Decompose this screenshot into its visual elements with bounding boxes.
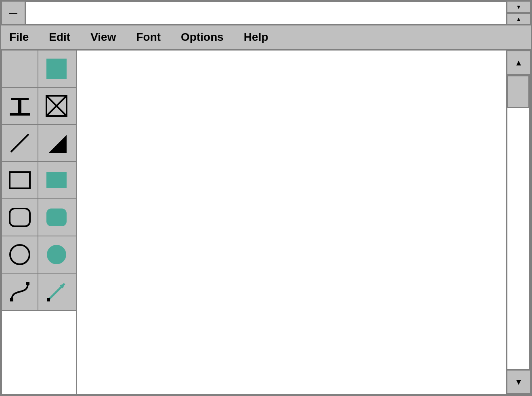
scroll-track	[507, 75, 530, 370]
menu-view[interactable]: View	[86, 29, 120, 46]
menu-options[interactable]: Options	[177, 29, 228, 46]
svg-rect-1	[10, 113, 30, 116]
tool-cross-square[interactable]	[38, 88, 75, 124]
svg-rect-10	[46, 172, 67, 188]
solid-square-icon	[44, 57, 69, 81]
rounded-rect-outline-icon	[8, 205, 32, 230]
svg-rect-16	[26, 282, 29, 285]
svg-line-7	[11, 134, 29, 152]
circle-outline-icon	[8, 242, 32, 267]
svg-rect-12	[46, 209, 67, 226]
tool-empty[interactable]	[2, 51, 38, 87]
svg-marker-8	[48, 135, 67, 153]
tool-arrow[interactable]	[38, 274, 75, 310]
tool-row-4	[2, 199, 76, 236]
title-bar-scroll-buttons: ▼ ▲	[507, 1, 531, 25]
title-bar: — ▼ ▲	[1, 1, 531, 25]
rect-filled-icon	[44, 168, 69, 192]
tool-row-0	[2, 51, 76, 88]
svg-rect-3	[18, 98, 21, 113]
scroll-up-button[interactable]: ▲	[507, 51, 531, 75]
tool-stamp[interactable]	[2, 88, 38, 124]
menu-bar: File Edit View Font Options Help	[1, 25, 531, 50]
scroll-thumb[interactable]	[507, 76, 529, 108]
toolbar	[2, 51, 77, 394]
scroll-down-button[interactable]: ▼	[507, 370, 531, 394]
title-scroll-up-button[interactable]: ▲	[507, 13, 531, 25]
tool-row-6	[2, 274, 76, 311]
arrow-tool-icon	[44, 280, 69, 304]
svg-rect-9	[10, 172, 30, 188]
menu-edit[interactable]: Edit	[45, 29, 74, 46]
tool-line[interactable]	[2, 125, 38, 161]
line-icon	[8, 131, 32, 155]
canvas-area[interactable]	[77, 51, 506, 394]
tool-rounded-rect-filled[interactable]	[38, 199, 75, 236]
svg-point-13	[10, 245, 29, 264]
title-bar-text	[25, 1, 507, 25]
svg-rect-0	[46, 59, 67, 79]
filled-triangle-icon	[44, 131, 69, 155]
tool-rect-outline[interactable]	[2, 162, 38, 198]
menu-file[interactable]: File	[5, 29, 33, 46]
menu-font[interactable]: Font	[132, 29, 165, 46]
tool-rect-filled[interactable]	[38, 162, 75, 198]
main-window: — ▼ ▲ File Edit View Font Options Help	[0, 0, 532, 396]
svg-point-14	[47, 245, 66, 264]
svg-rect-19	[47, 298, 50, 301]
tool-circle-outline[interactable]	[2, 236, 38, 273]
curve-icon	[8, 280, 32, 304]
close-button[interactable]: —	[1, 1, 25, 25]
cross-square-icon	[44, 94, 69, 118]
tool-curve[interactable]	[2, 274, 38, 310]
tool-filled-triangle[interactable]	[38, 125, 75, 161]
title-scroll-down-button[interactable]: ▼	[507, 1, 531, 13]
tool-solid-square[interactable]	[38, 51, 75, 87]
rect-outline-icon	[8, 168, 32, 192]
rounded-rect-filled-icon	[44, 205, 69, 230]
tool-row-5	[2, 236, 76, 274]
tool-row-1	[2, 88, 76, 125]
tool-row-2	[2, 125, 76, 162]
main-area: ▲ ▼	[1, 50, 531, 395]
tool-row-3	[2, 162, 76, 199]
tool-circle-filled[interactable]	[38, 236, 75, 273]
scrollbar-right: ▲ ▼	[506, 51, 530, 394]
svg-rect-11	[10, 209, 30, 226]
tool-rounded-rect-outline[interactable]	[2, 199, 38, 236]
stamp-icon	[8, 94, 32, 118]
menu-help[interactable]: Help	[240, 29, 272, 46]
svg-rect-15	[10, 298, 13, 301]
circle-filled-icon	[44, 242, 69, 267]
color-preview	[2, 311, 76, 394]
